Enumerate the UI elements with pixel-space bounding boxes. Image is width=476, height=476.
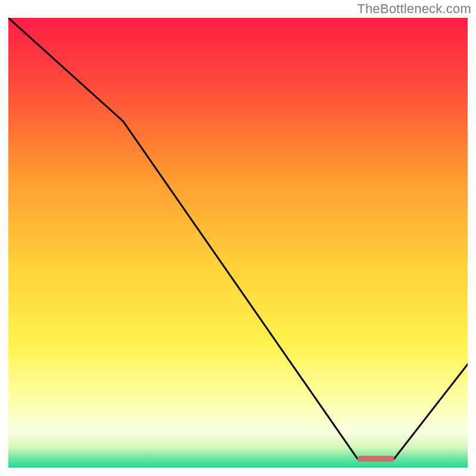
- attribution-label: TheBottleneck.com: [357, 1, 471, 17]
- gradient-background: [8, 18, 468, 468]
- plot-area: [8, 18, 468, 468]
- chart-figure: TheBottleneck.com: [0, 0, 476, 476]
- optimal-marker: [358, 456, 394, 462]
- chart-svg: [8, 18, 468, 468]
